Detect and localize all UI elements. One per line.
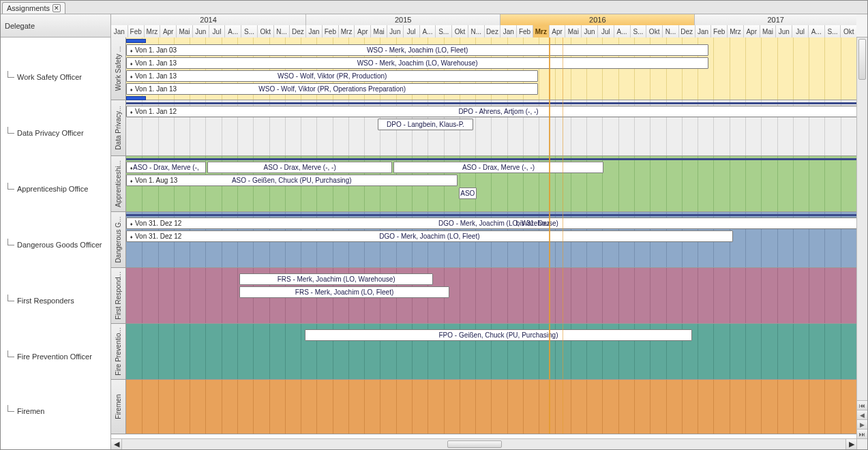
h-scroll-thumb[interactable] [447, 440, 502, 448]
bar-start-date: Von 1. Jan 03 [135, 46, 177, 54]
tree-item[interactable]: Firemen [1, 404, 110, 418]
gantt-bar[interactable]: ASO [459, 188, 477, 199]
v-scroll-thumb[interactable] [858, 39, 866, 80]
tree-item[interactable]: Apprenticeship Office [1, 182, 110, 196]
month-cell[interactable]: Apr [743, 25, 760, 38]
month-cell[interactable]: Feb [322, 25, 338, 38]
tab-assignments[interactable]: Assignments ✕ [2, 2, 65, 14]
month-cell[interactable]: Okt [840, 25, 856, 38]
group-label[interactable]: Fire Preventio... [111, 324, 126, 379]
gantt-bar[interactable]: ⬧Von 1. Jan 03WSO - Merk, Joachim (LO, F… [126, 44, 708, 56]
month-cell[interactable]: A... [614, 25, 630, 38]
month-cell[interactable]: Okt [257, 25, 273, 38]
gantt-bar[interactable]: ASO - Drax, Merve (-, -) [207, 162, 393, 173]
delegate-tree[interactable]: Work Safety Officer Data Privacy Officer… [1, 38, 110, 449]
month-cell[interactable]: Mrz [144, 25, 160, 38]
tree-item[interactable]: Dangerous Goods Officer [1, 238, 110, 252]
year-cell[interactable]: 2014 [111, 14, 305, 25]
vertical-scrollbar[interactable]: ⏮ ◀ ▶ ⏭ [856, 38, 867, 438]
month-cell[interactable]: Feb [710, 25, 727, 38]
month-cell[interactable]: Dez [289, 25, 305, 38]
year-cell[interactable]: 2017 [694, 14, 856, 25]
month-cell[interactable]: Jan [111, 25, 128, 38]
gantt-bar[interactable]: ⬧Von 1. Jan 13WSO - Wolf, Viktor (PR, Pr… [126, 70, 538, 82]
month-cell[interactable]: Apr [160, 25, 176, 38]
gantt-bar[interactable]: ⬧Von 1. Aug 13ASO - Geißen, Chuck (PU, P… [126, 175, 458, 186]
month-cell[interactable]: N... [273, 25, 290, 38]
group-label[interactable]: Dangerous G... [111, 212, 126, 267]
bar-start-date: Von 31. Dez 12 [135, 232, 181, 240]
month-cell[interactable]: S... [241, 25, 257, 38]
group-label[interactable]: Data Privacy... [111, 100, 126, 155]
nav-next-icon[interactable]: ▶ [857, 419, 867, 429]
month-cell[interactable]: N... [468, 25, 484, 38]
scroll-right-icon[interactable]: ▶ [845, 439, 856, 449]
bar-label: FRS - Merk, Joachim (LO, Fleet) [240, 288, 448, 296]
month-cell[interactable]: A... [808, 25, 824, 38]
month-cell[interactable]: Mai [176, 25, 192, 38]
month-cell[interactable]: Feb [516, 25, 533, 38]
tree-item[interactable]: Work Safety Officer [1, 70, 110, 84]
month-cell[interactable]: Jun [387, 25, 403, 38]
gantt-bar[interactable]: ⬧Von 31. Dez 12DGO - Merk, Joachim (LO, … [126, 217, 856, 229]
month-cell[interactable]: Mrz [727, 25, 743, 38]
month-cell[interactable]: Mai [370, 25, 387, 38]
gantt-bar[interactable]: ⬧Von 1. Jan 12DPO - Ahrens, Artjom (-, -… [126, 106, 856, 117]
month-cell[interactable]: Jul [209, 25, 225, 38]
nav-prev-icon[interactable]: ◀ [857, 410, 867, 419]
close-icon[interactable]: ✕ [53, 4, 61, 12]
group-label[interactable]: Firemen [111, 380, 126, 434]
month-cell[interactable]: Jan [500, 25, 516, 38]
month-cell[interactable]: Jul [403, 25, 419, 38]
scroll-left-icon[interactable]: ◀ [111, 439, 122, 449]
month-cell[interactable]: S... [824, 25, 841, 38]
group-label[interactable]: Work Safety ... [111, 38, 126, 100]
month-cell[interactable]: Jun [775, 25, 792, 38]
month-cell[interactable]: Jan [695, 25, 711, 38]
month-cell[interactable]: Mrz [338, 25, 355, 38]
month-cell[interactable]: Mai [760, 25, 776, 38]
month-cell[interactable]: Jul [597, 25, 614, 38]
year-cell[interactable]: 2016 [500, 14, 694, 25]
gantt-bar[interactable]: ASO - Drax, Merve (-, -) [393, 162, 603, 173]
gantt-bar[interactable]: ⬧Von 1. Jan 13WSO - Merk, Joachim (LO, W… [126, 57, 708, 69]
nav-first-icon[interactable]: ⏮ [857, 400, 867, 410]
month-cell[interactable]: A... [224, 25, 241, 38]
month-cell[interactable]: Feb [128, 25, 144, 38]
month-cell[interactable]: Mai [565, 25, 581, 38]
month-cell[interactable]: N... [662, 25, 678, 38]
month-cell[interactable]: Apr [354, 25, 370, 38]
month-cell[interactable]: Jun [581, 25, 597, 38]
month-cell[interactable]: Jun [192, 25, 209, 38]
group-label[interactable]: Apprenticeshi... [111, 156, 126, 211]
month-cell[interactable]: S... [630, 25, 646, 38]
gantt-bar[interactable]: DPO - Langbein, Klaus-P. [378, 119, 474, 130]
gantt-bar[interactable]: FRS - Merk, Joachim (LO, Warehouse) [239, 273, 432, 285]
month-cell[interactable]: A... [419, 25, 436, 38]
month-cell[interactable]: Jan [305, 25, 322, 38]
gantt-bar[interactable]: ⬧Von 1. Jan 13WSO - Wolf, Viktor (PR, Op… [126, 83, 538, 95]
year-cell[interactable]: 2015 [305, 14, 500, 25]
gantt-bar[interactable]: ⬧Von 31. Dez 12DGO - Merk, Joachim (LO, … [126, 230, 733, 242]
gantt-bar[interactable]: FRS - Merk, Joachim (LO, Fleet) [239, 286, 449, 298]
horizontal-scrollbar[interactable]: ◀ ▶ [111, 438, 856, 449]
month-cell[interactable]: Okt [646, 25, 662, 38]
tree-item[interactable]: Fire Prevention Officer [1, 350, 110, 363]
tree-item[interactable]: Data Privacy Officer [1, 126, 110, 140]
month-cell[interactable]: Dez [484, 25, 500, 38]
month-cell[interactable]: Mrz [533, 25, 549, 38]
bar-label: DPO - Ahrens, Artjom (-, -) [127, 108, 856, 115]
month-cell[interactable]: Jul [792, 25, 808, 38]
month-cell[interactable]: S... [435, 25, 451, 38]
timeline-body[interactable]: Work Safety ...⬧Von 1. Jan 03WSO - Merk,… [111, 38, 867, 449]
tree-item[interactable]: First Responders [1, 294, 110, 308]
month-cell[interactable]: Okt [451, 25, 468, 38]
bar-label: DGO - Merk, Joachim (LO, Fleet) [127, 232, 732, 240]
month-cell[interactable]: Dez [678, 25, 695, 38]
gantt-bar[interactable]: ⬧ASO - Drax, Merve (-, [126, 162, 206, 173]
month-cell[interactable]: Apr [549, 25, 565, 38]
bar-start-date: Von 1. Jan 13 [135, 59, 177, 67]
gantt-bar[interactable]: FPO - Geißen, Chuck (PU, Purchasing) [305, 329, 693, 341]
group-label[interactable]: First Respond... [111, 268, 126, 323]
nav-last-icon[interactable]: ⏭ [857, 429, 867, 438]
